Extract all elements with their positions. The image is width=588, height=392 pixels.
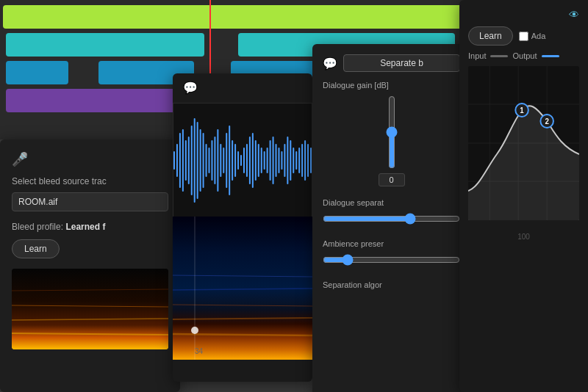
svg-rect-51 [304, 140, 306, 181]
svg-point-61 [191, 327, 198, 334]
svg-rect-13 [194, 118, 196, 203]
eq-top-icon: 👁 [468, 9, 579, 21]
ambience-slider[interactable] [323, 254, 460, 266]
svg-rect-11 [188, 137, 190, 184]
svg-rect-37 [264, 151, 265, 170]
svg-rect-15 [200, 129, 201, 192]
eq-panel: 👁 Learn Ada Input Output [459, 0, 588, 392]
svg-rect-29 [240, 155, 242, 166]
svg-rect-16 [203, 133, 204, 188]
bleed-source-panel: 🎤 Select bleed source trac Bleed profile… [0, 139, 180, 392]
svg-rect-23 [223, 148, 224, 173]
svg-rect-10 [185, 140, 187, 181]
microphone-icon: 🎤 [12, 151, 168, 167]
svg-rect-21 [217, 129, 218, 192]
svg-rect-0 [12, 269, 168, 349]
ambience-label: Ambience preser [323, 239, 460, 248]
dialogue-separation-panel: 💬 Separate b Dialogue gain [dB] 0 Dialog… [312, 44, 470, 392]
adaptive-checkbox-area[interactable]: Ada [519, 32, 546, 41]
svg-rect-52 [307, 144, 309, 177]
svg-rect-38 [267, 148, 268, 173]
gain-label: Dialogue gain [dB] [323, 81, 460, 90]
svg-rect-19 [211, 140, 212, 181]
svg-rect-30 [243, 148, 245, 173]
svg-rect-26 [232, 140, 233, 181]
eq-curve: 1 2 100 [468, 66, 579, 242]
timeline-position-label: 34 [195, 347, 203, 355]
svg-rect-17 [206, 144, 207, 177]
input-indicator [490, 55, 508, 57]
svg-rect-35 [258, 144, 259, 177]
waveform-display [173, 103, 312, 217]
svg-rect-24 [226, 133, 227, 188]
svg-rect-9 [182, 129, 184, 192]
svg-text:2: 2 [545, 117, 549, 126]
svg-rect-45 [287, 137, 288, 184]
svg-rect-40 [273, 137, 274, 184]
svg-rect-36 [261, 148, 262, 173]
svg-rect-50 [301, 144, 303, 177]
spectrogram-preview [12, 269, 168, 349]
svg-rect-6 [173, 151, 175, 170]
spectrogram-display: 34 [173, 217, 312, 360]
svg-rect-32 [249, 137, 251, 184]
bleed-source-label: Select bleed source trac [12, 176, 168, 186]
svg-rect-18 [208, 148, 209, 173]
svg-rect-34 [255, 140, 257, 181]
adaptive-checkbox[interactable] [519, 32, 528, 41]
svg-rect-14 [197, 122, 198, 199]
svg-rect-39 [270, 140, 271, 181]
algorithm-label: Separation algor [323, 280, 460, 289]
bleed-profile-label: Bleed profile: Learned f [12, 222, 168, 232]
learn-button-eq[interactable]: Learn [468, 26, 513, 46]
output-label: Output [512, 51, 537, 60]
svg-rect-12 [191, 126, 193, 195]
svg-rect-7 [176, 144, 178, 177]
svg-rect-20 [214, 137, 215, 184]
svg-rect-44 [284, 144, 285, 177]
waveform-panel: 💬 [173, 73, 312, 382]
svg-rect-41 [276, 144, 277, 177]
svg-rect-22 [220, 144, 221, 177]
svg-rect-48 [295, 151, 297, 170]
svg-rect-42 [278, 148, 279, 173]
svg-rect-31 [246, 144, 248, 177]
svg-rect-8 [179, 133, 181, 188]
svg-rect-28 [237, 151, 239, 170]
svg-rect-33 [252, 133, 254, 188]
svg-rect-47 [293, 148, 294, 173]
bleed-file-input[interactable] [12, 192, 168, 211]
waveform-chat-icon: 💬 [183, 81, 198, 95]
input-label: Input [468, 51, 486, 60]
svg-rect-53 [310, 148, 312, 173]
eq-axis-label: 100 [517, 233, 530, 241]
svg-rect-46 [290, 140, 291, 181]
svg-rect-43 [281, 151, 282, 170]
io-row: Input Output [468, 51, 579, 60]
svg-rect-54 [173, 217, 312, 360]
learn-button-bleed[interactable]: Learn [12, 239, 60, 258]
panel-header: 💬 Separate b [323, 54, 460, 72]
svg-rect-27 [234, 144, 236, 177]
adaptive-label: Ada [531, 32, 546, 40]
separation-slider[interactable] [323, 213, 460, 225]
output-indicator [542, 55, 559, 57]
svg-text:1: 1 [520, 106, 524, 115]
separate-button[interactable]: Separate b [343, 54, 460, 72]
separation-label: Dialogue separat [323, 198, 460, 207]
gain-slider[interactable] [383, 95, 401, 169]
svg-rect-25 [229, 126, 230, 195]
svg-rect-49 [298, 148, 300, 173]
gain-value: 0 [379, 173, 405, 186]
dialogue-chat-icon: 💬 [323, 57, 337, 70]
